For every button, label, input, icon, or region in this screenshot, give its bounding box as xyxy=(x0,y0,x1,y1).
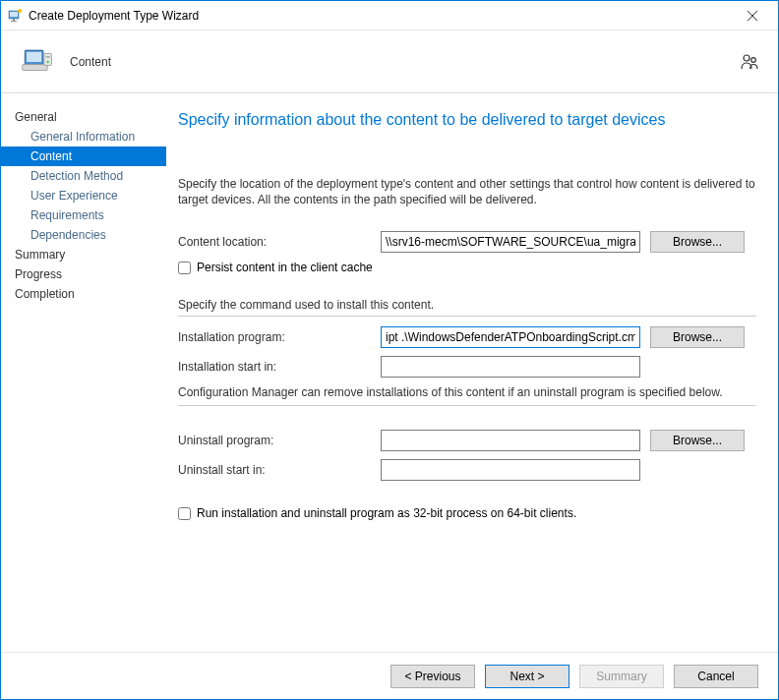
content-pane: Specify information about the content to… xyxy=(166,93,778,652)
sidebar-item-requirements[interactable]: Requirements xyxy=(15,205,162,225)
uninstall-program-input[interactable] xyxy=(381,430,640,451)
svg-point-13 xyxy=(744,55,749,61)
run32-checkbox[interactable] xyxy=(178,507,191,520)
content-location-row: Content location: Browse... xyxy=(178,231,756,253)
run32-label: Run installation and uninstall program a… xyxy=(197,506,576,520)
footer: < Previous Next > Summary Cancel xyxy=(1,652,778,699)
header-title: Content xyxy=(70,55,111,69)
svg-rect-2 xyxy=(13,19,15,21)
install-start-label: Installation start in: xyxy=(178,360,371,374)
wizard-icon xyxy=(7,8,23,24)
svg-rect-8 xyxy=(27,51,41,61)
install-start-input[interactable] xyxy=(381,356,640,378)
sidebar-item-dependencies[interactable]: Dependencies xyxy=(15,225,162,245)
people-icon xyxy=(739,51,760,73)
uninstall-program-browse-button[interactable]: Browse... xyxy=(650,430,745,451)
body: General General Information Content Dete… xyxy=(1,93,778,652)
sidebar-item-completion[interactable]: Completion xyxy=(15,284,162,304)
svg-rect-11 xyxy=(46,56,50,58)
computer-icon xyxy=(21,45,54,79)
previous-button[interactable]: < Previous xyxy=(390,665,475,688)
summary-button: Summary xyxy=(579,665,664,688)
sidebar-item-detection-method[interactable]: Detection Method xyxy=(15,166,162,186)
persist-cache-label: Persist content in the client cache xyxy=(197,261,373,274)
cancel-button[interactable]: Cancel xyxy=(674,665,758,688)
persist-cache-checkbox[interactable] xyxy=(178,262,191,274)
close-button[interactable] xyxy=(733,2,772,29)
run32-row: Run installation and uninstall program a… xyxy=(178,506,756,520)
svg-point-4 xyxy=(18,9,22,13)
persist-cache-row: Persist content in the client cache xyxy=(178,261,756,274)
uninstall-program-row: Uninstall program: Browse... xyxy=(178,430,756,451)
svg-rect-9 xyxy=(23,64,48,70)
sidebar-item-content[interactable]: Content xyxy=(1,146,166,166)
header: Content xyxy=(1,30,778,93)
next-button[interactable]: Next > xyxy=(485,665,569,688)
content-location-input[interactable] xyxy=(381,231,640,253)
install-program-row: Installation program: Browse... xyxy=(178,326,756,348)
uninstall-start-row: Uninstall start in: xyxy=(178,459,756,481)
uninstall-start-label: Uninstall start in: xyxy=(178,463,371,477)
svg-point-14 xyxy=(751,57,756,62)
sidebar-item-progress[interactable]: Progress xyxy=(15,264,162,284)
uninstall-start-input[interactable] xyxy=(381,459,640,481)
install-program-input[interactable] xyxy=(381,326,640,348)
page-title: Specify information about the content to… xyxy=(178,111,756,129)
uninstall-note: Configuration Manager can remove install… xyxy=(178,385,756,406)
sidebar-item-summary[interactable]: Summary xyxy=(15,245,162,264)
sidebar-item-general-information[interactable]: General Information xyxy=(15,127,162,146)
install-section-label: Specify the command used to install this… xyxy=(178,298,756,317)
svg-rect-1 xyxy=(10,12,18,17)
titlebar: Create Deployment Type Wizard xyxy=(1,1,778,30)
sidebar: General General Information Content Dete… xyxy=(1,93,166,652)
content-description: Specify the location of the deployment t… xyxy=(178,176,756,207)
sidebar-item-user-experience[interactable]: User Experience xyxy=(15,186,162,205)
content-location-browse-button[interactable]: Browse... xyxy=(650,231,745,253)
close-icon xyxy=(748,11,757,21)
svg-rect-10 xyxy=(44,53,52,65)
sidebar-item-general[interactable]: General xyxy=(15,107,162,127)
install-start-row: Installation start in: xyxy=(178,356,756,378)
content-location-label: Content location: xyxy=(178,235,371,249)
svg-rect-3 xyxy=(11,21,17,22)
window-title: Create Deployment Type Wizard xyxy=(29,9,733,23)
install-program-browse-button[interactable]: Browse... xyxy=(650,326,745,348)
svg-point-12 xyxy=(46,60,49,63)
uninstall-program-label: Uninstall program: xyxy=(178,434,371,447)
install-program-label: Installation program: xyxy=(178,330,371,344)
